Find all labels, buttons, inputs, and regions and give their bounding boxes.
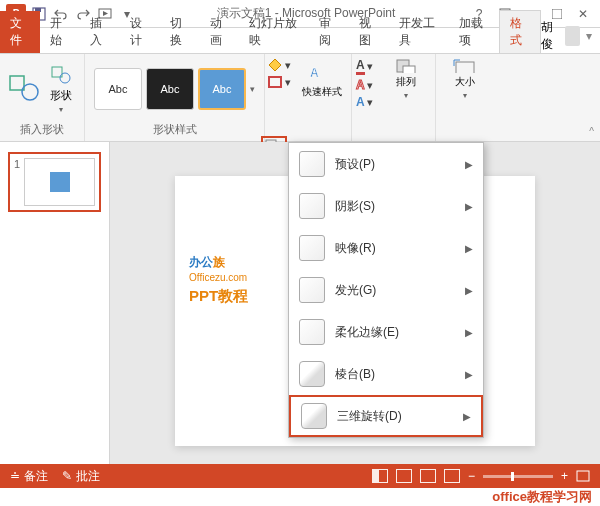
shape-effects-menu: 预设(P) ▶ 阴影(S) ▶ 映像(R) ▶ 发光(G) ▶ 柔化边缘(E) … xyxy=(288,142,484,438)
user-name: 胡俊 xyxy=(541,19,559,53)
submenu-arrow-icon: ▶ xyxy=(465,369,473,380)
submenu-arrow-icon: ▶ xyxy=(465,243,473,254)
menu-item-bevel[interactable]: 棱台(B) ▶ xyxy=(289,353,483,395)
arrange-label: 排列 xyxy=(396,75,416,89)
user-area[interactable]: 胡俊 ▾ xyxy=(541,19,600,53)
menu-label: 映像(R) xyxy=(335,240,455,257)
tab-animations[interactable]: 动画 xyxy=(200,11,240,53)
text-fill-outline-effects: A▾ A▾ A▾ xyxy=(352,54,377,141)
text-outline-button[interactable]: A▾ xyxy=(356,78,373,92)
menu-label: 发光(G) xyxy=(335,282,455,299)
submenu-arrow-icon: ▶ xyxy=(463,411,471,422)
tab-developer[interactable]: 开发工具 xyxy=(389,11,449,53)
menu-item-3d-rotation[interactable]: 三维旋转(D) ▶ xyxy=(289,395,483,437)
group-label-shape-styles: 形状样式 xyxy=(153,120,197,137)
menu-label: 阴影(S) xyxy=(335,198,455,215)
tab-design[interactable]: 设计 xyxy=(120,11,160,53)
shadow-icon xyxy=(299,193,325,219)
menu-item-preset[interactable]: 预设(P) ▶ xyxy=(289,143,483,185)
footer-credit: office教程学习网 xyxy=(492,488,592,506)
svg-rect-15 xyxy=(456,62,474,73)
tab-review[interactable]: 审阅 xyxy=(309,11,349,53)
notes-button[interactable]: ≐ 备注 xyxy=(10,468,48,485)
watermark: 办公族 Officezu.com PPT教程 xyxy=(189,246,248,306)
menu-label: 棱台(B) xyxy=(335,366,455,383)
normal-view-icon[interactable] xyxy=(372,469,388,483)
size-button[interactable]: 大小 ▾ xyxy=(444,58,486,100)
sorter-view-icon[interactable] xyxy=(396,469,412,483)
menu-label: 三维旋转(D) xyxy=(337,408,453,425)
submenu-arrow-icon: ▶ xyxy=(465,159,473,170)
arrange-button[interactable]: 排列 ▾ xyxy=(385,58,427,100)
svg-text:A: A xyxy=(310,66,319,80)
fill-outline-effects: ▾ ▾ ▾ xyxy=(265,54,293,141)
svg-rect-14 xyxy=(403,66,415,73)
style-gallery-more-icon[interactable]: ▾ xyxy=(250,84,255,94)
tab-slideshow[interactable]: 幻灯片放映 xyxy=(239,11,309,53)
svg-rect-4 xyxy=(552,9,562,19)
slideshow-view-icon[interactable] xyxy=(444,469,460,483)
glow-icon xyxy=(299,277,325,303)
group-arrange: 排列 ▾ xyxy=(377,54,436,141)
slide-thumbnail-panel: 1 xyxy=(0,142,110,480)
style-swatch-1[interactable]: Abc xyxy=(94,68,142,110)
menu-label: 预设(P) xyxy=(335,156,455,173)
svg-rect-5 xyxy=(10,76,24,90)
tab-home[interactable]: 开始 xyxy=(40,11,80,53)
avatar xyxy=(565,26,580,46)
tab-view[interactable]: 视图 xyxy=(349,11,389,53)
submenu-arrow-icon: ▶ xyxy=(465,285,473,296)
bevel-icon xyxy=(299,361,325,387)
zoom-slider[interactable] xyxy=(483,475,553,478)
3d-rotation-icon xyxy=(301,403,327,429)
fit-to-window-icon[interactable] xyxy=(576,470,590,482)
svg-rect-16 xyxy=(577,471,589,481)
tab-file[interactable]: 文件 xyxy=(0,11,40,53)
reflection-icon xyxy=(299,235,325,261)
quick-styles-button[interactable]: A 快速样式 xyxy=(301,58,343,100)
group-label-insert-shapes: 插入形状 xyxy=(20,120,64,137)
menu-label: 柔化边缘(E) xyxy=(335,324,455,341)
group-wordart: A 快速样式 xyxy=(293,54,352,141)
svg-rect-9 xyxy=(269,77,281,87)
slide-number: 1 xyxy=(14,158,20,206)
group-shape-styles: Abc Abc Abc ▾ 形状样式 xyxy=(85,54,265,141)
text-fill-button[interactable]: A▾ xyxy=(356,58,373,75)
soft-edges-icon xyxy=(299,319,325,345)
slide-thumbnail-1[interactable]: 1 xyxy=(8,152,101,212)
submenu-arrow-icon: ▶ xyxy=(465,201,473,212)
zoom-in-button[interactable]: + xyxy=(561,469,568,483)
svg-point-8 xyxy=(60,73,70,83)
tab-transitions[interactable]: 切换 xyxy=(160,11,200,53)
preset-icon xyxy=(299,151,325,177)
comments-button[interactable]: ✎ 批注 xyxy=(62,468,100,485)
submenu-arrow-icon: ▶ xyxy=(465,327,473,338)
tab-addins[interactable]: 加载项 xyxy=(449,11,499,53)
reading-view-icon[interactable] xyxy=(420,469,436,483)
zoom-out-button[interactable]: − xyxy=(468,469,475,483)
user-dropdown-icon[interactable]: ▾ xyxy=(586,29,592,43)
menu-item-shadow[interactable]: 阴影(S) ▶ xyxy=(289,185,483,227)
shape-fill-button[interactable]: ▾ xyxy=(267,58,291,72)
shapes-gallery-icon[interactable] xyxy=(8,72,42,106)
thumbnail-preview xyxy=(24,158,95,206)
tab-format[interactable]: 格式 xyxy=(499,10,541,53)
menu-item-glow[interactable]: 发光(G) ▶ xyxy=(289,269,483,311)
quick-styles-label: 快速样式 xyxy=(302,85,342,99)
size-label: 大小 xyxy=(455,75,475,89)
shapes-button[interactable]: 形状 ▾ xyxy=(46,60,76,118)
status-bar: ≐ 备注 ✎ 批注 − + xyxy=(0,464,600,488)
tab-insert[interactable]: 插入 xyxy=(80,11,120,53)
svg-point-6 xyxy=(22,84,38,100)
collapse-ribbon-icon[interactable]: ^ xyxy=(589,126,594,137)
menu-item-reflection[interactable]: 映像(R) ▶ xyxy=(289,227,483,269)
group-size: 大小 ▾ xyxy=(436,54,494,141)
ribbon: 形状 ▾ 插入形状 Abc Abc Abc ▾ 形状样式 ▾ ▾ ▾ A 快速样… xyxy=(0,54,600,142)
style-swatch-2[interactable]: Abc xyxy=(146,68,194,110)
shape-outline-button[interactable]: ▾ xyxy=(267,75,291,89)
group-insert-shapes: 形状 ▾ 插入形状 xyxy=(0,54,85,141)
style-swatch-3[interactable]: Abc xyxy=(198,68,246,110)
menu-item-soft-edges[interactable]: 柔化边缘(E) ▶ xyxy=(289,311,483,353)
ribbon-tabs: 文件 开始 插入 设计 切换 动画 幻灯片放映 审阅 视图 开发工具 加载项 格… xyxy=(0,28,600,54)
text-effects-button[interactable]: A▾ xyxy=(356,95,373,109)
